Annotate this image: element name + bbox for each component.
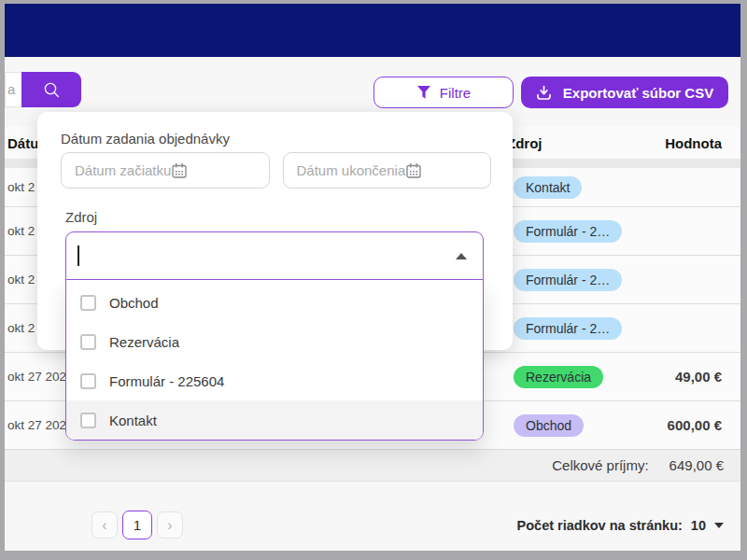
page-number-label: 1 [134, 517, 141, 533]
dropdown-option-label: Formulár - 225604 [109, 373, 224, 389]
search-input[interactable]: a [5, 72, 21, 107]
checkbox[interactable] [80, 295, 96, 311]
checkbox[interactable] [80, 413, 96, 428]
rows-per-page-value: 10 [691, 518, 706, 533]
cell-value: 49,00 € [603, 369, 740, 385]
source-badge: Formulár - 2… [514, 317, 622, 340]
export-csv-button[interactable]: Exportovať súbor CSV [521, 77, 728, 108]
start-date-placeholder: Dátum začiatku [75, 162, 171, 178]
dropdown-option[interactable]: Kontakt [66, 400, 483, 440]
filters-button-label: Filtre [440, 85, 471, 101]
cell-value: 600,00 € [584, 417, 740, 433]
chevron-down-icon [714, 523, 724, 528]
source-dropdown-list: Obchod Rezervácia Formulár - 225604 Kont… [65, 280, 484, 441]
filters-button[interactable]: Filtre [374, 77, 514, 108]
chevron-up-icon[interactable] [456, 253, 467, 259]
end-date-placeholder: Dátum ukončenia [297, 162, 406, 178]
checkbox[interactable] [80, 334, 96, 350]
search-icon [42, 80, 62, 100]
rows-per-page-select[interactable]: 10 [691, 518, 724, 533]
calendar-icon[interactable] [405, 162, 479, 179]
text-cursor [78, 245, 79, 266]
next-page-button[interactable]: › [157, 511, 183, 539]
download-icon [536, 85, 552, 101]
dropdown-option-label: Kontakt [109, 413, 157, 428]
source-badge: Formulár - 2… [514, 269, 622, 291]
top-navigation-bar [5, 4, 740, 57]
search-input-text: a [7, 81, 15, 97]
source-badge: Formulár - 2… [514, 220, 622, 243]
source-badge: Kontakt [514, 176, 582, 199]
previous-page-button[interactable]: ‹ [92, 511, 118, 539]
dropdown-option[interactable]: Formulár - 225604 [66, 361, 483, 400]
source-badge: Obchod [514, 414, 584, 437]
calendar-icon[interactable] [171, 162, 257, 179]
chevron-left-icon: ‹ [102, 517, 106, 534]
total-revenue-value: 649,00 € [669, 457, 724, 473]
rows-per-page-control: Počet riadkov na stránku: 10 [517, 518, 724, 533]
app-window: a Filtre Exportovať súbor CSV [5, 4, 740, 551]
search-button[interactable] [21, 72, 81, 107]
source-badge: Rezervácia [514, 366, 603, 388]
dropdown-option[interactable]: Rezervácia [66, 322, 483, 361]
dropdown-option-label: Rezervácia [109, 334, 179, 350]
filter-icon [416, 86, 431, 100]
start-date-input[interactable]: Dátum začiatku [61, 152, 270, 189]
export-csv-label: Exportovať súbor CSV [563, 85, 713, 101]
total-revenue-label: Celkové príjmy: [552, 457, 648, 473]
source-filter-label: Zdroj [65, 209, 97, 225]
totals-row: Celkové príjmy: 649,00 € [5, 449, 740, 482]
chevron-right-icon: › [167, 517, 172, 534]
dropdown-option[interactable]: Obchod [66, 283, 483, 322]
rows-per-page-label: Počet riadkov na stránku: [517, 518, 683, 533]
source-combobox[interactable] [65, 231, 484, 280]
dropdown-option-label: Obchod [109, 295, 159, 311]
column-header-value: Hodnota [543, 135, 741, 151]
order-date-section-label: Dátum zadania objednávky [61, 131, 230, 147]
end-date-input[interactable]: Dátum ukončenia [283, 152, 492, 189]
page-number-button[interactable]: 1 [122, 511, 152, 539]
checkbox[interactable] [80, 373, 96, 389]
